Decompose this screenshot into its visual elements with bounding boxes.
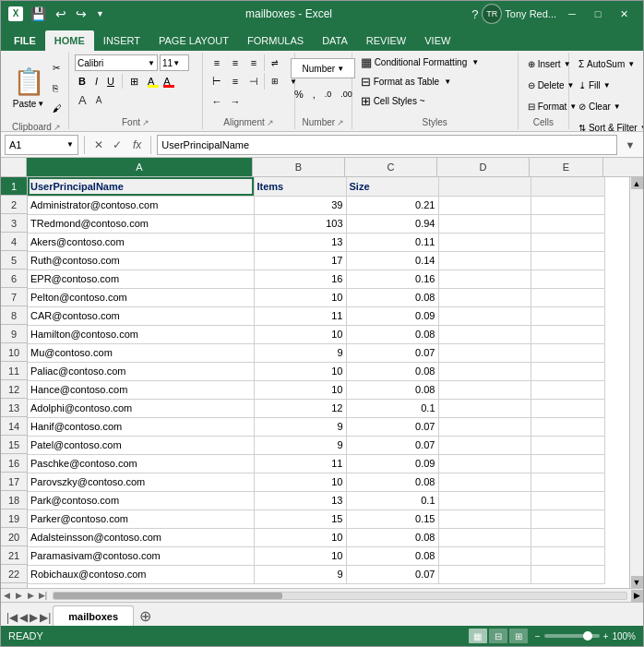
- cell-D6[interactable]: [438, 270, 531, 288]
- zoom-in-button[interactable]: +: [603, 631, 609, 641]
- cell-D8[interactable]: [438, 306, 531, 325]
- cell-D5[interactable]: [438, 251, 531, 270]
- sheet-nav-first[interactable]: |◀: [6, 611, 18, 624]
- cell-B10[interactable]: 9: [254, 343, 346, 362]
- row-num-6[interactable]: 6: [1, 270, 27, 288]
- row-num-11[interactable]: 11: [1, 362, 27, 380]
- tab-data[interactable]: DATA: [313, 30, 357, 51]
- cell-C5[interactable]: 0.14: [346, 251, 438, 270]
- name-box[interactable]: A1 ▼: [5, 135, 78, 155]
- fill-dropdown[interactable]: ▼: [603, 81, 611, 90]
- row-num-8[interactable]: 8: [1, 306, 27, 325]
- cell-A5[interactable]: Ruth@contoso.com: [28, 251, 254, 270]
- cell-D12[interactable]: [438, 380, 531, 399]
- percent-button[interactable]: %: [291, 86, 307, 102]
- scroll-left-button[interactable]: ◀: [1, 590, 13, 602]
- fill-color-button[interactable]: A: [144, 73, 158, 90]
- maximize-button[interactable]: □: [586, 5, 610, 23]
- number-launcher[interactable]: ↗: [337, 118, 344, 127]
- cell-C21[interactable]: 0.08: [346, 546, 438, 565]
- cell-C4[interactable]: 0.11: [346, 233, 438, 251]
- align-top-right-button[interactable]: ≡: [245, 54, 262, 71]
- cell-C15[interactable]: 0.07: [346, 436, 438, 454]
- row-num-4[interactable]: 4: [1, 233, 27, 251]
- cell-E6[interactable]: [531, 270, 604, 288]
- cell-D19[interactable]: [438, 509, 531, 528]
- page-break-view-button[interactable]: ⊞: [509, 629, 528, 643]
- page-layout-view-button[interactable]: ⊟: [489, 629, 507, 643]
- redo-qat-button[interactable]: ↪: [74, 6, 89, 22]
- cell-D21[interactable]: [438, 546, 531, 565]
- h-scroll-thumb[interactable]: [54, 593, 282, 599]
- row-num-15[interactable]: 15: [1, 436, 27, 454]
- cell-D13[interactable]: [438, 399, 531, 417]
- wrap-text-button[interactable]: ⇌: [267, 54, 283, 71]
- align-top-left-button[interactable]: ≡: [209, 54, 225, 71]
- minimize-button[interactable]: ─: [560, 5, 584, 23]
- cell-B1[interactable]: Items: [254, 177, 346, 196]
- cell-A6[interactable]: EPR@contoso.com: [28, 270, 254, 288]
- tab-review[interactable]: REVIEW: [357, 30, 415, 51]
- zoom-out-button[interactable]: −: [535, 631, 541, 641]
- formula-cancel-button[interactable]: ✕: [90, 137, 107, 153]
- cell-C2[interactable]: 0.21: [346, 196, 438, 214]
- vertical-scrollbar[interactable]: ▲ ▼: [629, 177, 643, 588]
- cell-D16[interactable]: [438, 454, 531, 473]
- cell-E1[interactable]: [531, 177, 604, 196]
- row-num-22[interactable]: 22: [1, 565, 27, 583]
- cell-E2[interactable]: [531, 196, 604, 214]
- cell-E17[interactable]: [531, 473, 604, 491]
- number-format-box[interactable]: Number ▼: [291, 58, 355, 78]
- cell-E8[interactable]: [531, 306, 604, 325]
- alignment-launcher[interactable]: ↗: [267, 118, 274, 127]
- cell-A1[interactable]: UserPrincipalName: [28, 177, 254, 196]
- cut-button[interactable]: ✂: [49, 58, 66, 77]
- row-num-18[interactable]: 18: [1, 491, 27, 509]
- sheet-nav-next[interactable]: ▶: [30, 611, 38, 624]
- save-qat-button[interactable]: 💾: [29, 6, 48, 22]
- conditional-formatting-button[interactable]: ▦ Conditional Formatting ▼: [358, 54, 483, 70]
- cell-D4[interactable]: [438, 233, 531, 251]
- cell-C3[interactable]: 0.94: [346, 214, 438, 233]
- cell-B8[interactable]: 11: [254, 306, 346, 325]
- cell-B9[interactable]: 10: [254, 325, 346, 343]
- cell-B4[interactable]: 13: [254, 233, 346, 251]
- increase-size-button[interactable]: A: [75, 91, 90, 108]
- font-size-combo[interactable]: 11 ▼: [160, 54, 189, 71]
- cell-E18[interactable]: [531, 491, 604, 509]
- font-launcher[interactable]: ↗: [142, 118, 149, 127]
- row-num-19[interactable]: 19: [1, 509, 27, 528]
- cell-D7[interactable]: [438, 288, 531, 306]
- cell-E21[interactable]: [531, 546, 604, 565]
- tab-insert[interactable]: INSERT: [94, 30, 149, 51]
- align-top-center-button[interactable]: ≡: [227, 54, 244, 71]
- decrease-size-button[interactable]: A: [92, 91, 106, 108]
- cell-A13[interactable]: Adolphi@contoso.com: [28, 399, 254, 417]
- user-button[interactable]: TR Tony Red...: [482, 4, 556, 24]
- cell-A14[interactable]: Hanif@contoso.com: [28, 417, 254, 436]
- row-num-16[interactable]: 16: [1, 454, 27, 473]
- cell-E10[interactable]: [531, 343, 604, 362]
- cell-A2[interactable]: Administrator@contoso.com: [28, 196, 254, 214]
- fill-button[interactable]: ⤓ Fill ▼: [575, 76, 614, 94]
- sort-dropdown[interactable]: ▼: [640, 124, 644, 132]
- close-button[interactable]: ✕: [612, 5, 636, 23]
- cell-A8[interactable]: CAR@contoso.com: [28, 306, 254, 325]
- border-button[interactable]: ⊞: [126, 73, 142, 90]
- row-num-12[interactable]: 12: [1, 380, 27, 399]
- row-num-9[interactable]: 9: [1, 325, 27, 343]
- cell-B12[interactable]: 10: [254, 380, 346, 399]
- clear-button[interactable]: ⊘ Clear ▼: [575, 97, 625, 115]
- row-num-5[interactable]: 5: [1, 251, 27, 270]
- col-header-D[interactable]: D: [437, 158, 530, 176]
- cell-C19[interactable]: 0.15: [346, 509, 438, 528]
- cell-D9[interactable]: [438, 325, 531, 343]
- cond-fmt-dropdown[interactable]: ▼: [471, 58, 479, 66]
- row-num-14[interactable]: 14: [1, 417, 27, 436]
- cell-A3[interactable]: TRedmond@contoso.com: [28, 214, 254, 233]
- sheet-nav-prev[interactable]: ◀: [19, 611, 28, 624]
- cell-E22[interactable]: [531, 565, 604, 583]
- cell-D15[interactable]: [438, 436, 531, 454]
- cell-C7[interactable]: 0.08: [346, 288, 438, 306]
- cell-B21[interactable]: 10: [254, 546, 346, 565]
